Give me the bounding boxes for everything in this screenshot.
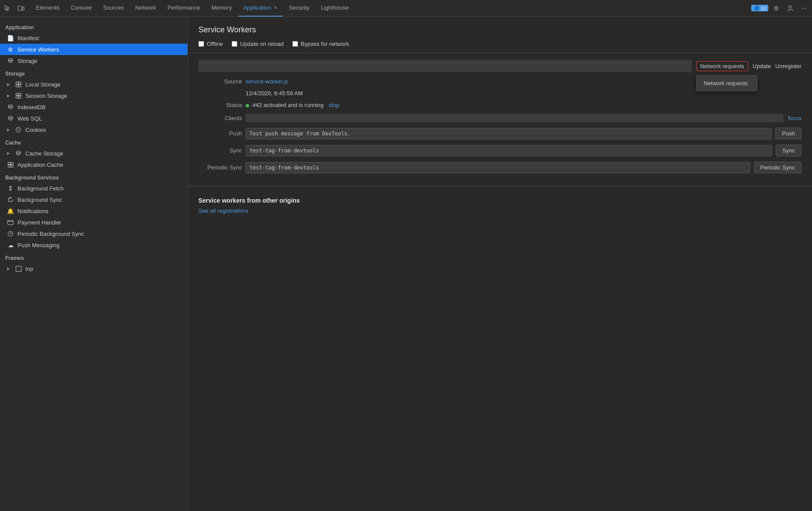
svg-point-12 [8, 105, 13, 107]
tab-close-icon[interactable]: ✕ [274, 5, 278, 10]
clients-value: focus [246, 114, 802, 122]
svg-rect-19 [8, 162, 10, 164]
svg-rect-9 [19, 93, 21, 95]
bypass-for-network-checkbox[interactable] [292, 41, 298, 47]
sidebar-section-application: Application [0, 20, 187, 32]
device-icon[interactable] [15, 2, 27, 14]
svg-point-16 [19, 129, 20, 130]
svg-rect-5 [19, 82, 21, 84]
expand-arrow-top: ▶ [7, 266, 11, 271]
stop-link[interactable]: stop [329, 102, 340, 108]
clients-bar [246, 114, 784, 122]
service-workers-icon: ⚙ [7, 46, 14, 53]
unregister-button[interactable]: Unregister [775, 63, 802, 69]
source-link[interactable]: service-worker.js [246, 78, 288, 85]
sidebar-item-storage[interactable]: Storage [0, 55, 187, 66]
session-storage-icon [15, 92, 22, 99]
cookies-icon [15, 126, 22, 133]
sidebar-item-background-fetch[interactable]: Background Fetch [0, 183, 187, 194]
main-layout: Application 📄 Manifest ⚙ Service Workers… [0, 17, 812, 511]
sidebar-item-cache-storage[interactable]: ▶ Cache Storage [0, 148, 187, 159]
tab-application[interactable]: Application ✕ [238, 0, 283, 17]
content-area: Service Workers Offline Update on reload… [188, 17, 812, 511]
sw-field-sync: Sync Sync [198, 145, 802, 156]
svg-rect-6 [16, 85, 18, 87]
sw-field-status: Status #42 activated and is running stop [198, 102, 802, 108]
sidebar: Application 📄 Manifest ⚙ Service Workers… [0, 17, 188, 511]
update-button[interactable]: Update [753, 63, 771, 69]
sidebar-item-payment-handler[interactable]: Payment Handler [0, 217, 187, 228]
issues-icon: 🔵 [753, 5, 760, 11]
tab-console[interactable]: Console [66, 0, 97, 17]
tab-security[interactable]: Security [284, 0, 315, 17]
application-cache-icon [7, 161, 14, 168]
web-sql-icon [7, 115, 14, 122]
see-all-registrations-link[interactable]: See all registrations [198, 207, 248, 214]
tab-bar-right: 🔵 12 ⚙ ⋯ [751, 2, 810, 14]
network-requests-menu-item[interactable]: Network requests [697, 77, 757, 89]
sw-url-bar [198, 60, 692, 72]
bypass-for-network-checkbox-label[interactable]: Bypass for network [292, 41, 349, 47]
clients-label: Clients [198, 115, 242, 121]
status-dot [246, 104, 249, 107]
focus-link[interactable]: focus [788, 115, 802, 121]
sidebar-item-cookies[interactable]: ▶ Cookies [0, 124, 187, 135]
tab-sources[interactable]: Sources [98, 0, 129, 17]
sidebar-item-local-storage[interactable]: ▶ Local Storage [0, 79, 187, 90]
storage-icon [7, 57, 14, 64]
tab-network[interactable]: Network [130, 0, 162, 17]
sidebar-item-push-messaging[interactable]: ☁ Push Messaging [0, 239, 187, 251]
periodic-sync-input[interactable] [246, 162, 750, 173]
sidebar-item-background-sync[interactable]: Background Sync [0, 194, 187, 205]
panel-header: Service Workers Offline Update on reload… [188, 17, 812, 52]
push-input[interactable] [246, 128, 772, 139]
offline-checkbox-label[interactable]: Offline [198, 41, 223, 47]
sw-entry: Network requests Network requests Update… [188, 53, 812, 186]
sidebar-item-manifest[interactable]: 📄 Manifest [0, 32, 187, 44]
sidebar-item-periodic-background-sync[interactable]: Periodic Background Sync [0, 228, 187, 239]
svg-rect-10 [16, 96, 18, 98]
more-icon[interactable]: ⋯ [798, 2, 810, 14]
network-requests-dropdown: Network requests Network requests [696, 63, 748, 69]
network-requests-button[interactable]: Network requests [696, 61, 748, 71]
sidebar-item-application-cache[interactable]: Application Cache [0, 159, 187, 170]
offline-checkbox[interactable] [198, 41, 204, 47]
local-storage-icon [15, 81, 22, 88]
sidebar-item-notifications[interactable]: 🔔 Notifications [0, 205, 187, 217]
svg-rect-7 [19, 85, 21, 87]
panel-title: Service Workers [198, 25, 802, 35]
sidebar-item-top-frame[interactable]: ▶ top [0, 263, 187, 274]
update-on-reload-checkbox[interactable] [232, 41, 237, 47]
sync-button[interactable]: Sync [776, 145, 802, 156]
expand-arrow-cache-storage: ▶ [7, 151, 11, 155]
user-icon[interactable] [784, 2, 796, 14]
tab-memory[interactable]: Memory [206, 0, 237, 17]
sidebar-item-service-workers[interactable]: ⚙ Service Workers [0, 44, 187, 55]
svg-point-2 [789, 6, 791, 8]
status-text: #42 activated and is running [253, 102, 324, 108]
push-button[interactable]: Push [775, 128, 802, 139]
periodic-sync-button[interactable]: Periodic Sync [754, 162, 802, 173]
background-sync-icon [7, 196, 14, 203]
sidebar-item-indexeddb[interactable]: IndexedDB [0, 101, 187, 113]
svg-point-3 [8, 59, 13, 60]
other-origins-section: Service workers from other origins See a… [188, 186, 812, 221]
status-label: Status [198, 102, 242, 108]
checkboxes-row: Offline Update on reload Bypass for netw… [198, 41, 802, 47]
toolbar-left [2, 2, 27, 14]
issues-badge[interactable]: 🔵 12 [751, 5, 768, 11]
update-on-reload-checkbox-label[interactable]: Update on reload [232, 41, 284, 47]
svg-rect-29 [16, 266, 21, 271]
tab-lighthouse[interactable]: Lighthouse [316, 0, 354, 17]
sidebar-section-frames: Frames [0, 251, 187, 263]
tab-elements[interactable]: Elements [31, 0, 65, 17]
expand-arrow-cookies: ▶ [7, 128, 11, 132]
settings-icon[interactable]: ⚙ [770, 2, 782, 14]
sidebar-item-web-sql[interactable]: Web SQL [0, 113, 187, 124]
sidebar-item-session-storage[interactable]: ▶ Session Storage [0, 90, 187, 101]
tab-performance[interactable]: Performance [162, 0, 205, 17]
cursor-icon[interactable] [2, 2, 14, 14]
frame-icon [15, 265, 22, 272]
svg-rect-20 [11, 162, 13, 164]
sync-input[interactable] [246, 145, 772, 156]
